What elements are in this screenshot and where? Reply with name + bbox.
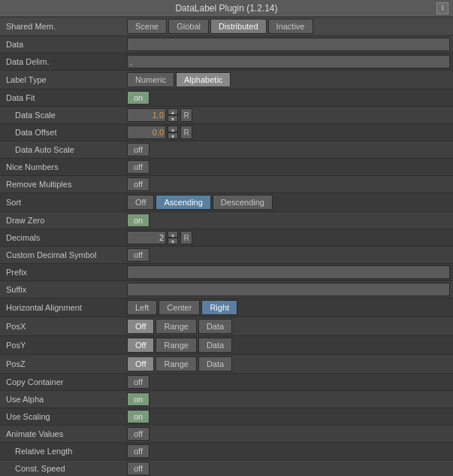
btn-posy-off[interactable]: Off xyxy=(127,338,154,353)
toggle-custom_decimal[interactable]: off xyxy=(127,248,149,262)
controls-label_type: NumericAlphabetic xyxy=(127,72,450,87)
reset-btn-decimals[interactable]: R xyxy=(180,231,192,244)
label-relative_length: Relative Length xyxy=(3,447,127,456)
app-title: DataLabel Plugin (1.2.14) xyxy=(175,3,277,14)
spin-up-decimals[interactable]: ▲ xyxy=(168,231,178,238)
row-posz: PosZOffRangeData xyxy=(0,355,453,374)
controls-animate_values: off xyxy=(127,427,450,441)
title-bar: DataLabel Plugin (1.2.14) i xyxy=(0,0,453,17)
toggle-copy_container[interactable]: off xyxy=(127,375,149,389)
toggle-relative_length[interactable]: off xyxy=(127,444,149,458)
input-data[interactable] xyxy=(127,38,450,51)
row-data_fit: Data Fiton xyxy=(0,89,453,107)
reset-btn-data_offset[interactable]: R xyxy=(180,126,192,139)
shared-mem-row: Shared Mem. Scene Global Distributed Ina… xyxy=(0,17,453,36)
spin-up-data_scale[interactable]: ▲ xyxy=(168,108,178,115)
controls-decimals: ▲▼R xyxy=(127,231,450,244)
row-data_scale: Data Scale▲▼R xyxy=(0,107,453,124)
toggle-data_fit[interactable]: on xyxy=(127,91,149,105)
btn-posx-data[interactable]: Data xyxy=(198,319,232,334)
input-data_delim[interactable] xyxy=(127,55,450,68)
reset-btn-data_scale[interactable]: R xyxy=(180,108,192,122)
row-posy: PosYOffRangeData xyxy=(0,336,453,355)
label-data_delim: Data Delim. xyxy=(3,57,127,66)
controls-horiz_align: LeftCenterRight xyxy=(127,300,450,315)
num-input-data_offset[interactable] xyxy=(127,126,166,139)
controls-copy_container: off xyxy=(127,375,450,389)
row-suffix: Suffix xyxy=(0,281,453,299)
num-input-decimals[interactable] xyxy=(127,231,166,244)
tab-scene[interactable]: Scene xyxy=(127,19,167,34)
label-decimals: Decimals xyxy=(3,233,127,242)
spinner-data_scale: ▲▼ xyxy=(168,108,178,122)
controls-relative_length: off xyxy=(127,444,450,458)
btn-label_type-numeric[interactable]: Numeric xyxy=(127,72,174,87)
tab-distributed[interactable]: Distributed xyxy=(210,19,267,34)
input-prefix[interactable] xyxy=(127,265,450,279)
btn-sort-descending[interactable]: Descending xyxy=(213,195,273,210)
spin-down-decimals[interactable]: ▼ xyxy=(168,238,178,244)
controls-data_scale: ▲▼R xyxy=(127,108,450,122)
tab-global[interactable]: Global xyxy=(168,19,209,34)
tab-inactive[interactable]: Inactive xyxy=(268,19,313,34)
btn-label_type-alphabetic[interactable]: Alphabetic xyxy=(176,72,231,87)
label-data: Data xyxy=(3,40,127,49)
shared-mem-label: Shared Mem. xyxy=(3,22,127,31)
btn-horiz_align-center[interactable]: Center xyxy=(159,300,200,315)
controls-custom_decimal: off xyxy=(127,248,450,262)
btn-posy-data[interactable]: Data xyxy=(198,338,232,353)
row-use_alpha: Use Alphaon xyxy=(0,391,453,408)
input-suffix[interactable] xyxy=(127,283,450,296)
row-prefix: Prefix xyxy=(0,264,453,281)
controls-const_speed: off xyxy=(127,462,450,475)
row-draw_zero: Draw Zeroon xyxy=(0,212,453,229)
controls-remove_multiples: off xyxy=(127,177,450,191)
label-sort: Sort xyxy=(3,198,127,207)
btn-posz-off[interactable]: Off xyxy=(127,356,154,371)
label-data_auto_scale: Data Auto Scale xyxy=(3,145,127,154)
btn-posx-off[interactable]: Off xyxy=(127,319,154,334)
num-input-data_scale[interactable] xyxy=(127,108,166,122)
controls-data_fit: on xyxy=(127,91,450,105)
label-data_offset: Data Offset xyxy=(3,128,127,137)
row-label_type: Label TypeNumericAlphabetic xyxy=(0,71,453,89)
btn-sort-off[interactable]: Off xyxy=(127,195,154,210)
btn-horiz_align-left[interactable]: Left xyxy=(127,300,157,315)
label-posz: PosZ xyxy=(3,359,127,368)
row-horiz_align: Horizontal AlignmentLeftCenterRight xyxy=(0,299,453,317)
controls-data xyxy=(127,38,450,51)
btn-sort-ascending[interactable]: Ascending xyxy=(156,195,210,210)
controls-posz: OffRangeData xyxy=(127,356,450,371)
toggle-use_scaling[interactable]: on xyxy=(127,410,149,423)
label-prefix: Prefix xyxy=(3,268,127,277)
toggle-draw_zero[interactable]: on xyxy=(127,214,149,227)
label-data_scale: Data Scale xyxy=(3,111,127,120)
toggle-data_auto_scale[interactable]: off xyxy=(127,143,149,156)
info-button[interactable]: i xyxy=(436,2,448,14)
label-use_scaling: Use Scaling xyxy=(3,412,127,421)
row-const_speed: Const. Speedoff xyxy=(0,460,453,476)
toggle-animate_values[interactable]: off xyxy=(127,427,149,441)
toggle-const_speed[interactable]: off xyxy=(127,462,149,475)
btn-posx-range[interactable]: Range xyxy=(156,319,196,334)
btn-posy-range[interactable]: Range xyxy=(156,338,196,353)
toggle-use_alpha[interactable]: on xyxy=(127,393,149,406)
row-data_auto_scale: Data Auto Scaleoff xyxy=(0,141,453,159)
label-animate_values: Animate Values xyxy=(3,429,127,438)
spin-down-data_offset[interactable]: ▼ xyxy=(168,132,178,139)
controls-use_scaling: on xyxy=(127,410,450,423)
spin-down-data_scale[interactable]: ▼ xyxy=(168,115,178,122)
spin-up-data_offset[interactable]: ▲ xyxy=(168,126,178,132)
label-data_fit: Data Fit xyxy=(3,93,127,102)
controls-data_offset: ▲▼R xyxy=(127,126,450,139)
label-draw_zero: Draw Zero xyxy=(3,216,127,225)
btn-posz-range[interactable]: Range xyxy=(156,356,196,371)
row-nice_numbers: Nice Numbersoff xyxy=(0,159,453,176)
btn-horiz_align-right[interactable]: Right xyxy=(201,300,237,315)
row-data_offset: Data Offset▲▼R xyxy=(0,124,453,141)
btn-posz-data[interactable]: Data xyxy=(198,356,232,371)
toggle-nice_numbers[interactable]: off xyxy=(127,160,149,174)
controls-sort: OffAscendingDescending xyxy=(127,195,450,210)
toggle-remove_multiples[interactable]: off xyxy=(127,177,149,191)
label-copy_container: Copy Container xyxy=(3,377,127,387)
